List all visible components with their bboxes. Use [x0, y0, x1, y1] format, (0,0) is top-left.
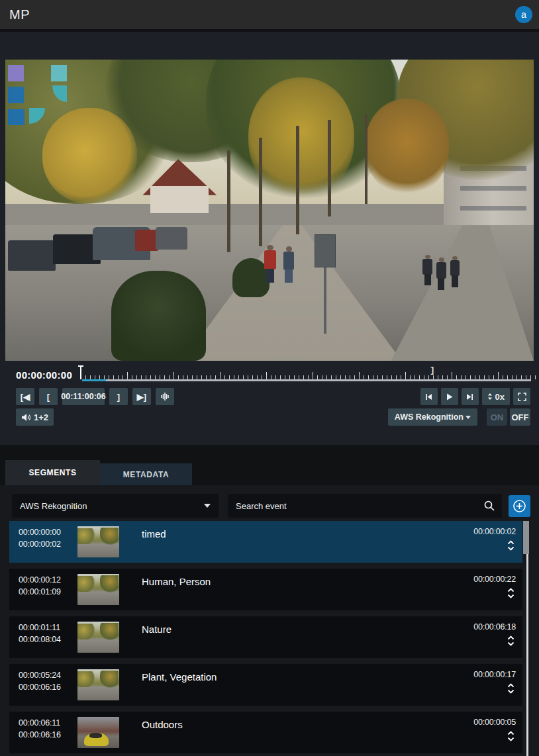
- segment-row[interactable]: 00:00:00:00 00:00:00:02 timed 00:00:00:0…: [9, 521, 522, 563]
- chevron-up-icon: [507, 588, 514, 592]
- skip-to-end-button[interactable]: [462, 388, 479, 405]
- segment-step-down-button[interactable]: [507, 689, 514, 694]
- scene-parked-car: [156, 227, 187, 250]
- segment-title: Nature: [142, 624, 172, 635]
- user-avatar[interactable]: a: [515, 6, 532, 23]
- segment-row[interactable]: 00:00:06:11 00:00:06:16 Outdoors 00:00:0…: [9, 712, 522, 753]
- analysis-selector-value: AWS Rekognition: [395, 412, 464, 422]
- segment-title: Outdoors: [142, 719, 183, 730]
- playhead-marker[interactable]: [80, 365, 81, 379]
- chevron-up-icon: [507, 683, 514, 688]
- segment-row[interactable]: 00:00:00:12 00:00:01:09 Human, Person 00…: [9, 569, 522, 610]
- search-input[interactable]: [236, 501, 483, 511]
- scene-tree-trunk: [259, 138, 262, 246]
- segment-thumbnail: [77, 622, 119, 653]
- segment-timecodes: 00:00:05:24 00:00:06:16: [19, 669, 61, 693]
- segment-timecodes: 00:00:01:11 00:00:08:04: [19, 622, 61, 645]
- speed-arrows-icon: [487, 393, 493, 401]
- scene-parked-car: [8, 240, 56, 271]
- segment-step-down-button[interactable]: [507, 594, 514, 598]
- segment-thumbnail: [77, 526, 119, 557]
- duration-timecode-display[interactable]: 00:11:00:06: [62, 388, 105, 405]
- segment-step-down-button[interactable]: [507, 546, 514, 551]
- segment-out-timecode: 00:00:08:04: [19, 634, 61, 645]
- audio-channels-button[interactable]: 1+2: [16, 408, 54, 426]
- segment-thumbnail: [77, 574, 119, 605]
- add-segment-button[interactable]: [509, 495, 530, 517]
- play-button[interactable]: [441, 388, 458, 405]
- segment-steppers: [507, 588, 514, 598]
- scene-pedestrian-red: [264, 250, 276, 283]
- skip-to-start-button[interactable]: [420, 388, 438, 405]
- out-point-marker[interactable]: ]: [430, 365, 435, 375]
- search-icon[interactable]: [483, 500, 495, 512]
- audio-controls: 1+2: [16, 408, 54, 426]
- segment-title: Plant, Vegetation: [142, 671, 217, 683]
- segment-in-timecode: 00:00:00:12: [19, 574, 61, 586]
- segment-duration: 00:00:00:22: [473, 575, 516, 584]
- scene-pedestrian: [436, 261, 446, 290]
- segment-step-down-button[interactable]: [507, 641, 514, 646]
- chevron-down-icon: [507, 737, 514, 741]
- overlay-on-button[interactable]: ON: [487, 408, 507, 426]
- segment-out-timecode: 00:00:06:16: [19, 681, 61, 693]
- waveform-toggle-button[interactable]: [156, 388, 174, 405]
- segment-row[interactable]: 00:00:05:24 00:00:06:16 Plant, Vegetatio…: [9, 664, 522, 706]
- scene-pedestrian-blue: [283, 251, 295, 283]
- current-timecode: 00:00:00:00: [16, 369, 72, 381]
- segment-step-up-button[interactable]: [507, 588, 514, 592]
- set-out-point-button[interactable]: ]: [109, 388, 128, 405]
- segment-row[interactable]: 00:00:01:11 00:00:08:04 Nature 00:00:06:…: [9, 616, 522, 658]
- segment-out-timecode: 00:00:00:02: [19, 538, 61, 550]
- scrollbar-thumb[interactable]: [523, 521, 529, 554]
- fullscreen-button[interactable]: [513, 388, 530, 405]
- waveform-icon: [160, 392, 170, 401]
- segment-step-up-button[interactable]: [507, 636, 514, 640]
- scene-sign-pole: [324, 267, 326, 334]
- segment-title: timed: [142, 528, 166, 540]
- audio-channels-label: 1+2: [34, 412, 48, 422]
- ruler-ticks: [81, 371, 536, 379]
- segment-step-up-button[interactable]: [507, 731, 514, 735]
- segment-thumbnail: [77, 669, 119, 700]
- timeline-ruler[interactable]: ]: [78, 365, 536, 383]
- segment-steppers: [507, 731, 514, 741]
- set-in-point-button[interactable]: [: [39, 388, 58, 405]
- category-dropdown[interactable]: AWS Rekognition: [12, 494, 219, 518]
- segment-step-down-button[interactable]: [507, 737, 514, 741]
- tab-segments[interactable]: SEGMENTS: [5, 460, 100, 485]
- watermark-logo: [8, 65, 74, 128]
- segment-step-up-button[interactable]: [507, 540, 514, 545]
- segment-thumbnail: [77, 717, 119, 748]
- overlay-off-button[interactable]: OFF: [510, 408, 530, 426]
- analysis-selector-button[interactable]: AWS Rekognition: [388, 408, 477, 426]
- jump-to-out-button[interactable]: ▶]: [132, 388, 151, 405]
- segment-duration: 00:00:00:17: [473, 670, 516, 679]
- timeline-track[interactable]: [82, 379, 531, 381]
- player-panel: proxy_mp4_360_8ch: [0, 32, 539, 445]
- segment-out-timecode: 00:00:01:09: [19, 586, 61, 598]
- play-icon: [446, 393, 453, 401]
- segment-in-timecode: 00:00:05:24: [19, 669, 61, 681]
- segment-list: 00:00:00:00 00:00:00:02 timed 00:00:00:0…: [9, 521, 522, 756]
- scene-house-wall: [150, 186, 209, 213]
- segment-duration: 00:00:06:18: [473, 622, 516, 632]
- chevron-down-icon: [204, 504, 211, 508]
- scene-pedestrian: [422, 258, 432, 285]
- topbar: MP a: [0, 0, 539, 29]
- chevron-up-icon: [507, 731, 514, 735]
- segment-timecodes: 00:00:06:11 00:00:06:16: [19, 717, 61, 741]
- scene-tree-trunk: [227, 150, 230, 253]
- tab-metadata[interactable]: METADATA: [100, 463, 192, 485]
- scene-hedge: [111, 271, 207, 361]
- segment-steppers: [507, 683, 514, 694]
- playback-speed-button[interactable]: 0x: [482, 388, 510, 405]
- video-player[interactable]: [5, 60, 534, 361]
- jump-to-in-button[interactable]: [◀: [16, 388, 34, 405]
- edit-controls: [◀ [ 00:11:00:06 ] ▶]: [16, 388, 174, 405]
- scene-yellow-tree: [248, 77, 354, 198]
- app: MP a proxy_mp4_360_8ch: [0, 0, 539, 756]
- segment-step-up-button[interactable]: [507, 683, 514, 688]
- scrollbar-track[interactable]: [526, 521, 528, 756]
- chevron-down-icon: [507, 641, 514, 646]
